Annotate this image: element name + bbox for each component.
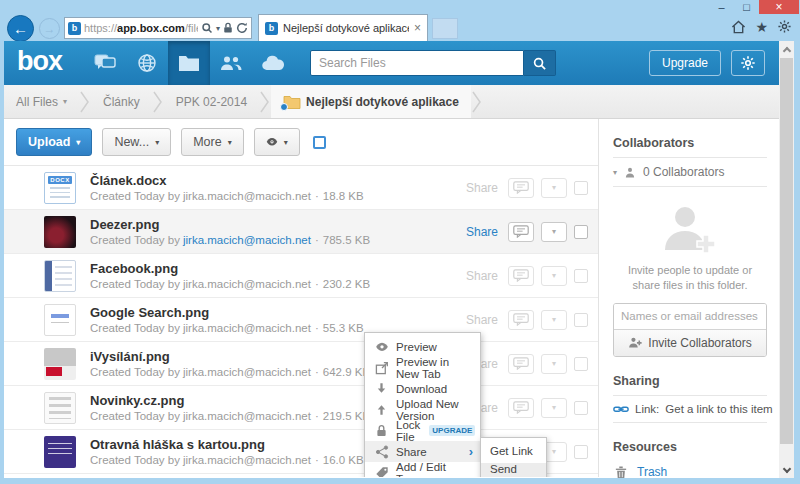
file-thumbnail[interactable]: DOCX <box>44 172 76 204</box>
comment-icon[interactable] <box>508 266 534 286</box>
file-name-link[interactable]: Deezer.png <box>90 217 466 232</box>
share-link[interactable]: Share <box>466 269 498 283</box>
file-row[interactable]: DOCX Článek.docx Created Today byjirka.m… <box>4 166 598 210</box>
page-scrollbar[interactable] <box>779 41 794 478</box>
file-owner-email[interactable]: jirka.macich@macich.net <box>183 190 311 202</box>
nav-files-icon[interactable] <box>168 41 210 85</box>
submenu-item-send-link[interactable]: Send Link <box>481 463 546 477</box>
tab-close-icon[interactable]: × <box>414 21 421 35</box>
comment-icon[interactable] <box>508 222 534 242</box>
file-row[interactable]: Google Search.png Created Today byjirka.… <box>4 298 598 342</box>
share-link[interactable]: Share <box>466 225 498 239</box>
menu-item-download[interactable]: Download <box>365 378 480 399</box>
row-checkbox[interactable] <box>574 401 588 415</box>
file-owner-email[interactable]: jirka.macich@macich.net <box>183 454 311 466</box>
menu-item-lock-file[interactable]: Lock File UPGRADE <box>365 420 480 441</box>
breadcrumb-current-folder[interactable]: Nejlepší dotykové aplikace <box>271 85 471 118</box>
file-owner-email[interactable]: jirka.macich@macich.net <box>183 278 311 290</box>
new-button[interactable]: New...▾ <box>102 128 171 156</box>
invite-emails-input[interactable] <box>614 304 766 330</box>
file-thumbnail[interactable] <box>44 304 76 336</box>
minimize-button[interactable]: – <box>709 0 734 14</box>
new-tab-button[interactable] <box>432 18 458 39</box>
url-search-icon[interactable] <box>201 22 213 34</box>
row-dropdown-button[interactable]: ▾ <box>541 266 567 286</box>
submenu-item-get-link[interactable]: Get Link <box>481 439 546 463</box>
home-icon[interactable] <box>731 20 746 34</box>
scrollbar-thumb[interactable] <box>780 58 793 444</box>
menu-item-preview-new-tab[interactable]: Preview in New Tab <box>365 357 480 378</box>
upgrade-button[interactable]: Upgrade <box>649 50 721 76</box>
url-dropdown-icon[interactable]: ▾ <box>216 24 220 33</box>
file-row[interactable]: Deezer.png Created Today byjirka.macich@… <box>4 210 598 254</box>
view-options-button[interactable]: ▾ <box>254 128 300 156</box>
chevron-down-icon: ▾ <box>63 97 67 106</box>
resource-link-trash[interactable]: Trash <box>613 462 767 478</box>
get-link-row[interactable]: Link: Get a link to this item <box>613 403 767 415</box>
box-logo[interactable]: box <box>17 46 62 77</box>
nav-updates-icon[interactable] <box>84 41 126 85</box>
favorites-star-icon[interactable]: ★ <box>755 20 768 34</box>
collaborators-summary[interactable]: ▾ 0 Collaborators <box>613 165 767 179</box>
account-settings-button[interactable] <box>731 50 765 76</box>
nav-globe-icon[interactable] <box>126 41 168 85</box>
row-checkbox[interactable] <box>574 313 588 327</box>
search-input[interactable] <box>310 50 524 76</box>
refresh-icon[interactable] <box>236 22 248 34</box>
file-thumbnail[interactable] <box>44 436 76 468</box>
file-owner-email[interactable]: jirka.macich@macich.net <box>183 234 311 246</box>
breadcrumb-all-files[interactable]: All Files▾ <box>4 85 79 118</box>
maximize-button[interactable]: □ <box>734 0 759 14</box>
browser-tab[interactable]: b Nejlepší dotykové aplikace ... × <box>258 14 428 41</box>
breadcrumb-folder[interactable]: PPK 02-2014 <box>164 85 259 118</box>
row-checkbox[interactable] <box>574 445 588 459</box>
menu-item-share[interactable]: Share › <box>365 441 480 462</box>
share-link[interactable]: Share <box>466 313 498 327</box>
file-owner-email[interactable]: jirka.macich@macich.net <box>183 410 311 422</box>
nav-sync-cloud-icon[interactable] <box>252 41 294 85</box>
comment-icon[interactable] <box>508 178 534 198</box>
share-link[interactable]: Share <box>466 181 498 195</box>
close-button[interactable]: × <box>759 0 799 14</box>
row-checkbox[interactable] <box>574 269 588 283</box>
settings-gear-icon[interactable] <box>777 19 792 34</box>
file-row[interactable]: iVysílání.png Created Today byjirka.maci… <box>4 342 598 386</box>
row-checkbox[interactable] <box>574 225 588 239</box>
nav-collaborators-icon[interactable] <box>210 41 252 85</box>
row-dropdown-button[interactable]: ▾ <box>541 310 567 330</box>
file-name-link[interactable]: Článek.docx <box>90 173 466 188</box>
comment-icon[interactable] <box>508 354 534 374</box>
file-thumbnail[interactable] <box>44 348 76 380</box>
menu-item-preview[interactable]: Preview <box>365 336 480 357</box>
search-button[interactable] <box>524 50 556 76</box>
menu-item-upload-new-version[interactable]: Upload New Version <box>365 399 480 420</box>
forward-button[interactable]: → <box>39 18 60 39</box>
file-owner-email[interactable]: jirka.macich@macich.net <box>183 322 311 334</box>
breadcrumb-folder[interactable]: Články <box>91 85 152 118</box>
file-name-link[interactable]: Facebook.png <box>90 261 466 276</box>
file-name-link[interactable]: Google Search.png <box>90 305 466 320</box>
row-dropdown-button[interactable]: ▾ <box>541 178 567 198</box>
menu-item-add-edit-tags[interactable]: Add / Edit Tags <box>365 462 480 477</box>
file-row[interactable]: Facebook.png Created Today byjirka.macic… <box>4 254 598 298</box>
row-dropdown-button[interactable]: ▾ <box>541 354 567 374</box>
row-checkbox[interactable] <box>574 181 588 195</box>
address-bar[interactable]: b https://app.box.com/files/0/f ▾ <box>64 17 252 39</box>
file-thumbnail[interactable] <box>44 392 76 424</box>
row-checkbox[interactable] <box>574 357 588 371</box>
invite-collaborators-button[interactable]: Invite Collaborators <box>614 330 766 356</box>
comment-icon[interactable] <box>508 310 534 330</box>
row-dropdown-button[interactable]: ▾ <box>541 398 567 418</box>
row-dropdown-button[interactable]: ▾ <box>541 222 567 242</box>
more-button[interactable]: More▾ <box>181 128 244 156</box>
comment-icon[interactable] <box>508 398 534 418</box>
back-button[interactable]: ← <box>7 15 34 42</box>
file-thumbnail[interactable] <box>44 216 76 248</box>
upload-button[interactable]: Upload▾ <box>16 128 92 156</box>
file-thumbnail[interactable] <box>44 260 76 292</box>
scroll-up-icon[interactable] <box>779 41 794 57</box>
scroll-down-icon[interactable] <box>779 462 794 478</box>
file-owner-email[interactable]: jirka.macich@macich.net <box>183 366 311 378</box>
details-toggle-icon[interactable] <box>313 136 326 149</box>
file-row[interactable]: Novinky.cz.png Created Today byjirka.mac… <box>4 386 598 430</box>
